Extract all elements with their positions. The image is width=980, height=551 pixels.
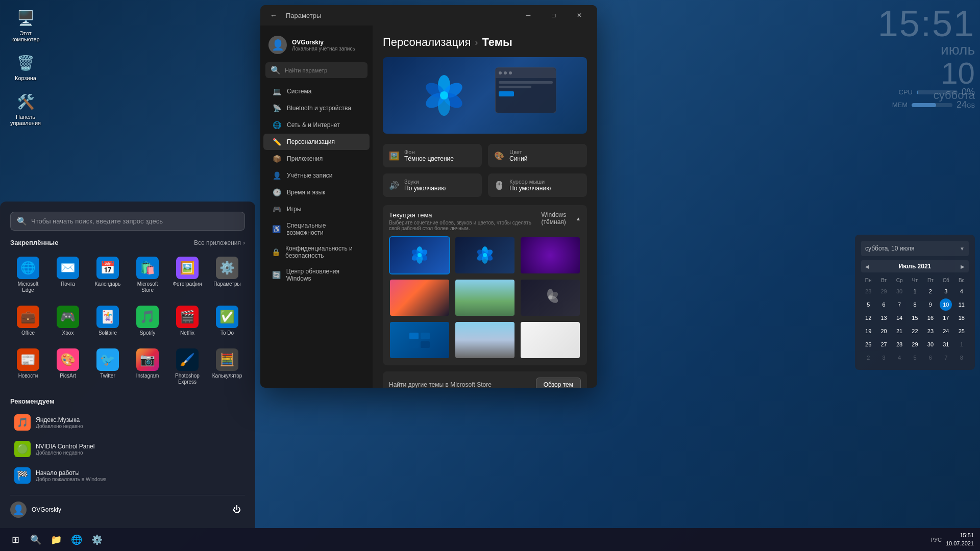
- search-button[interactable]: 🔍: [27, 531, 45, 549]
- cal-day[interactable]: 1: [955, 338, 968, 350]
- cal-day[interactable]: 11: [955, 298, 968, 311]
- cal-day[interactable]: 31: [940, 338, 952, 350]
- pinned-app-settings[interactable]: ⚙️ Параметры: [209, 253, 245, 297]
- cal-day[interactable]: 16: [924, 312, 937, 324]
- cal-day[interactable]: 29: [909, 338, 921, 350]
- pinned-app-news[interactable]: 📰 Новости: [10, 344, 46, 389]
- pinned-app-store[interactable]: 🛍️ Microsoft Store: [130, 253, 165, 297]
- pinned-app-netflix[interactable]: 🎬 Netflix: [169, 302, 205, 340]
- cal-day[interactable]: 30: [924, 338, 937, 350]
- cal-day[interactable]: 4: [893, 352, 905, 364]
- cal-day[interactable]: 27: [878, 338, 890, 350]
- nav-personalization[interactable]: ✏️ Персонализация: [263, 134, 370, 150]
- settings-search[interactable]: 🔍: [265, 62, 368, 78]
- cal-day[interactable]: 3: [878, 352, 890, 364]
- theme-card-win11-dark[interactable]: [454, 236, 516, 274]
- start-search-bar[interactable]: 🔍: [10, 212, 245, 231]
- current-theme-name-button[interactable]: Windows (тёмная) ▲: [542, 211, 581, 226]
- theme-card-city[interactable]: [454, 321, 516, 359]
- nav-gaming[interactable]: 🎮 Игры: [263, 201, 370, 217]
- cal-day[interactable]: 26: [862, 338, 874, 350]
- cal-day[interactable]: 14: [893, 312, 905, 324]
- pinned-app-mail[interactable]: ✉️ Почта: [50, 253, 86, 297]
- theme-info-cursor[interactable]: 🖱️ Курсор мыши По умолчанию: [488, 173, 587, 197]
- pinned-app-instagram[interactable]: 📷 Instagram: [130, 344, 165, 389]
- desktop-icon-control-panel[interactable]: 🛠️ Панель управления: [5, 89, 46, 129]
- theme-info-sound[interactable]: 🔊 Звуки По умолчанию: [383, 173, 482, 197]
- desktop-icon-computer[interactable]: 🖥️ Этот компьютер: [5, 5, 46, 45]
- cal-day[interactable]: 2: [924, 285, 937, 297]
- nav-accounts[interactable]: 👤 Учётные записи: [263, 167, 370, 184]
- nav-time[interactable]: 🕐 Время и язык: [263, 184, 370, 201]
- cal-day-today[interactable]: 10: [940, 298, 952, 311]
- cal-day[interactable]: 1: [909, 285, 921, 297]
- rec-item-nvidia[interactable]: 🟢 NVIDIA Control Panel Добавлено недавно: [10, 438, 245, 460]
- cal-day[interactable]: 21: [893, 325, 905, 337]
- cal-day[interactable]: 7: [940, 352, 952, 364]
- theme-card-purple[interactable]: [520, 236, 581, 274]
- calendar-date-banner[interactable]: суббота, 10 июля ▼: [861, 241, 969, 256]
- pinned-app-photos[interactable]: 🖼️ Фотографии: [169, 253, 205, 297]
- cal-day[interactable]: 22: [909, 325, 921, 337]
- cal-day[interactable]: 28: [893, 338, 905, 350]
- theme-info-color[interactable]: 🎨 Цвет Синий: [488, 144, 587, 167]
- pinned-app-spotify[interactable]: 🎵 Spotify: [130, 302, 165, 340]
- settings-search-input[interactable]: [285, 67, 362, 73]
- nav-updates[interactable]: 🔄 Центр обновления Windows: [263, 264, 370, 286]
- calendar-next-arrow[interactable]: ▶: [961, 264, 965, 269]
- minimize-button[interactable]: ─: [517, 8, 540, 23]
- power-button[interactable]: ⏻: [229, 502, 245, 518]
- pinned-app-xbox[interactable]: 🎮 Xbox: [50, 302, 86, 340]
- close-button[interactable]: ✕: [568, 8, 591, 23]
- files-button[interactable]: 📁: [47, 531, 65, 549]
- cal-day[interactable]: 15: [909, 312, 921, 324]
- cal-day[interactable]: 30: [893, 285, 905, 297]
- cal-day[interactable]: 12: [862, 312, 874, 324]
- cal-day[interactable]: 5: [909, 352, 921, 364]
- pinned-app-photoshop[interactable]: 🖌️ Photoshop Express: [169, 344, 205, 389]
- pinned-app-calculator[interactable]: 🧮 Калькулятор: [209, 344, 245, 389]
- settings-back-button[interactable]: ←: [266, 8, 281, 22]
- cal-day[interactable]: 13: [878, 312, 890, 324]
- browser-button[interactable]: 🌐: [67, 531, 86, 549]
- cal-day[interactable]: 9: [924, 298, 937, 311]
- theme-card-win11-blue[interactable]: [389, 236, 450, 274]
- cal-day[interactable]: 2: [862, 352, 874, 364]
- all-apps-button[interactable]: Все приложения ›: [194, 239, 245, 246]
- cal-day[interactable]: 24: [940, 325, 952, 337]
- cal-day[interactable]: 4: [955, 285, 968, 297]
- nav-accessibility[interactable]: ♿ Специальные возможности: [263, 218, 370, 240]
- rec-item-startup[interactable]: 🏁 Начало работы Добро пожаловать в Windo…: [10, 464, 245, 487]
- calendar-prev-arrow[interactable]: ◀: [865, 264, 869, 269]
- theme-card-flower[interactable]: [389, 279, 450, 317]
- theme-card-light[interactable]: [520, 321, 581, 359]
- rec-item-yandex[interactable]: 🎵 Яндекс.Музыка Добавлено недавно: [10, 411, 245, 434]
- theme-card-landscape[interactable]: [454, 279, 516, 317]
- nav-bluetooth[interactable]: 📡 Bluetooth и устройства: [263, 100, 370, 116]
- nav-apps[interactable]: 📦 Приложения: [263, 151, 370, 167]
- pinned-app-office[interactable]: 💼 Office: [10, 302, 46, 340]
- pinned-app-picsart[interactable]: 🎨 PicsArt: [50, 344, 86, 389]
- cal-day[interactable]: 19: [862, 325, 874, 337]
- theme-card-blue-squares[interactable]: [389, 321, 450, 359]
- cal-day[interactable]: 6: [878, 298, 890, 311]
- nav-system[interactable]: 💻 Система: [263, 83, 370, 99]
- settings-taskbar-button[interactable]: ⚙️: [88, 531, 106, 549]
- browse-themes-button[interactable]: Обзор тем: [536, 378, 581, 388]
- maximize-button[interactable]: □: [542, 8, 566, 23]
- nav-network[interactable]: 🌐 Сеть & и Интернет: [263, 117, 370, 133]
- pinned-app-solitaire[interactable]: 🃏 Solitaire: [90, 302, 126, 340]
- theme-info-background[interactable]: 🖼️ Фон Тёмное цветение: [383, 144, 482, 167]
- start-search-input[interactable]: [31, 217, 238, 225]
- cal-day[interactable]: 23: [924, 325, 937, 337]
- start-user[interactable]: 👤 OVGorskiy: [10, 502, 61, 518]
- taskbar-time-date[interactable]: 15:51 10.07.2021: [946, 532, 974, 547]
- cal-day[interactable]: 3: [940, 285, 952, 297]
- start-button[interactable]: ⊞: [6, 531, 24, 549]
- cal-day[interactable]: 6: [924, 352, 937, 364]
- pinned-app-edge[interactable]: 🌐 Microsoft Edge: [10, 253, 46, 297]
- cal-day[interactable]: 28: [862, 285, 874, 297]
- cal-day[interactable]: 20: [878, 325, 890, 337]
- cal-day[interactable]: 8: [909, 298, 921, 311]
- settings-user[interactable]: 👤 OVGorskiy Локальная учётная запись: [260, 31, 373, 62]
